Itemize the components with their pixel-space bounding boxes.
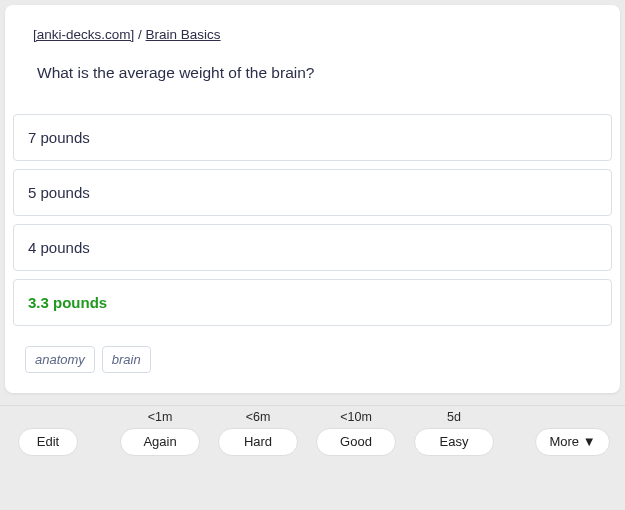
edit-button[interactable]: Edit — [18, 428, 78, 456]
tag-anatomy[interactable]: anatomy — [25, 346, 95, 373]
choice-1[interactable]: 5 pounds — [13, 169, 612, 216]
interval-again: <1m — [120, 410, 200, 424]
flashcard: [anki-decks.com] / Brain Basics What is … — [5, 5, 620, 393]
good-button[interactable]: Good — [316, 428, 396, 456]
interval-good: <10m — [316, 410, 396, 424]
choices-list: 7 pounds 5 pounds 4 pounds 3.3 pounds — [5, 114, 620, 326]
more-button[interactable]: More ▼ — [535, 428, 610, 456]
hard-button[interactable]: Hard — [218, 428, 298, 456]
deck-source-link[interactable]: [anki-decks.com] — [33, 27, 134, 42]
again-button[interactable]: Again — [120, 428, 200, 456]
choice-0[interactable]: 7 pounds — [13, 114, 612, 161]
interval-easy: 5d — [414, 410, 494, 424]
choice-2[interactable]: 4 pounds — [13, 224, 612, 271]
tags: anatomy brain — [25, 346, 620, 373]
interval-hard: <6m — [218, 410, 298, 424]
breadcrumb: [anki-decks.com] / Brain Basics — [33, 27, 592, 42]
breadcrumb-sep: / — [134, 27, 145, 42]
review-toolbar: Edit <1m Again <6m Hard <10m Good 5d Eas… — [0, 405, 625, 463]
question-text: What is the average weight of the brain? — [33, 64, 592, 82]
easy-button[interactable]: Easy — [414, 428, 494, 456]
deck-link[interactable]: Brain Basics — [146, 27, 221, 42]
choice-3[interactable]: 3.3 pounds — [13, 279, 612, 326]
tag-brain[interactable]: brain — [102, 346, 151, 373]
